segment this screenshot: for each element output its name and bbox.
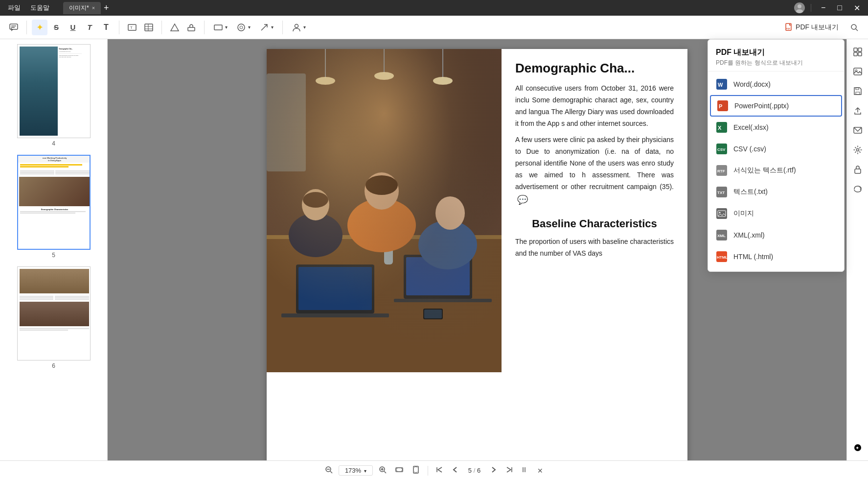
export-ppt-item[interactable]: P PowerPoint(.pptx)	[710, 95, 842, 117]
pen-btn[interactable]: ▾	[232, 20, 254, 35]
svg-rect-61	[855, 169, 861, 173]
text-color-btn[interactable]: T	[82, 20, 97, 35]
close-btn[interactable]: ✕	[850, 2, 864, 14]
svg-point-36	[347, 198, 416, 252]
rs-settings-btn[interactable]	[849, 141, 867, 159]
svg-point-49	[433, 77, 453, 85]
menu-file[interactable]: 파일	[4, 2, 24, 13]
fit-page-btn[interactable]	[409, 464, 423, 477]
comment-btn[interactable]	[6, 20, 22, 35]
page-photo	[267, 49, 502, 372]
svg-point-40	[302, 189, 329, 220]
sidebar-page-4[interactable]: Demographic Cha... All consecutive users…	[5, 44, 102, 147]
next-page-btn[interactable]	[487, 464, 500, 477]
sidebar-page-5[interactable]: rove Working Productivityin Using Apps	[5, 155, 102, 259]
export-rtf-item[interactable]: RTF 서식있는 텍스트(.rtf)	[708, 160, 844, 181]
active-tab[interactable]: 이미지* ×	[63, 2, 101, 14]
underline-btn[interactable]: U	[65, 20, 81, 35]
arrow-btn[interactable]: ▾	[255, 20, 277, 35]
search-btn[interactable]	[846, 20, 862, 35]
rect-btn[interactable]: ▾	[209, 20, 231, 35]
export-word-item[interactable]: W Word(.docx)	[708, 73, 844, 95]
svg-rect-53	[854, 52, 857, 56]
zoom-level[interactable]: 173% ▾	[339, 465, 373, 476]
svg-rect-51	[854, 48, 857, 51]
thumb-6-frame	[17, 266, 91, 360]
sidebar-page-6[interactable]: 6	[5, 266, 102, 369]
excel-label: Excel(.xlsx)	[733, 123, 769, 131]
export-html-item[interactable]: HTML HTML (.html)	[708, 246, 844, 267]
export-txt-item[interactable]: TXT 텍스트(.txt)	[708, 181, 844, 203]
svg-rect-13	[214, 25, 222, 30]
export-dropdown: PDF 내보내기 PDF를 원하는 형식으로 내보내기 W Word(.docx…	[708, 39, 845, 272]
svg-text:X: X	[718, 125, 722, 131]
export-csv-item[interactable]: CSV CSV (.csv)	[708, 138, 844, 160]
svg-point-19	[851, 24, 856, 29]
zoom-out-btn[interactable]	[322, 464, 336, 477]
rs-lock-btn[interactable]	[849, 161, 867, 178]
svg-rect-54	[858, 52, 862, 56]
thumb-4-number: 4	[52, 140, 55, 147]
svg-rect-23	[267, 49, 502, 372]
svg-rect-7	[145, 24, 153, 31]
fit-width-btn[interactable]	[392, 464, 406, 477]
zoom-in-btn[interactable]	[376, 464, 389, 477]
tab-area: 이미지* × +	[63, 2, 112, 14]
baseline-body: The proportion of users with baseline ch…	[515, 236, 674, 260]
user-btn[interactable]: ▾	[288, 20, 310, 35]
rs-apps-btn[interactable]: ✦	[849, 439, 867, 456]
svg-point-15	[240, 26, 243, 29]
strikethrough-btn[interactable]: S	[48, 20, 64, 35]
toolbar-group-4	[167, 20, 199, 35]
export-xml-item[interactable]: XML XML(.xml)	[708, 224, 844, 246]
toolbar-group-2: ✦ S U T T	[32, 20, 114, 35]
table-btn[interactable]	[141, 20, 157, 35]
svg-point-37	[365, 172, 399, 210]
rs-thumbnails-btn[interactable]	[849, 43, 867, 61]
minimize-btn[interactable]: −	[817, 2, 829, 13]
tab-close-btn[interactable]: ×	[92, 5, 95, 11]
svg-point-38	[365, 175, 398, 195]
svg-point-1	[796, 9, 803, 13]
html-label: HTML (.html)	[733, 253, 773, 261]
svg-text:HTML: HTML	[717, 255, 727, 260]
rs-email-btn[interactable]	[849, 121, 867, 139]
text-bold-btn[interactable]: T	[98, 20, 114, 35]
export-excel-item[interactable]: X Excel(.xlsx)	[708, 117, 844, 138]
csv-label: CSV (.csv)	[733, 145, 766, 153]
maximize-btn[interactable]: □	[833, 2, 846, 13]
menu-help[interactable]: 도움말	[26, 2, 53, 13]
stamp-btn[interactable]	[183, 20, 199, 35]
new-tab-btn[interactable]: +	[101, 3, 112, 13]
tab-title: 이미지*	[69, 4, 89, 12]
rs-upload-btn[interactable]	[849, 102, 867, 120]
rs-image-btn[interactable]	[849, 63, 867, 80]
rtf-icon: RTF	[716, 165, 728, 176]
export-img-item[interactable]: 이미지	[708, 203, 844, 224]
export-pdf-btn[interactable]: PDF PDF 내보내기	[781, 21, 843, 34]
svg-rect-22	[267, 49, 502, 372]
next-arrow-btn[interactable]	[519, 464, 531, 477]
first-page-btn[interactable]	[433, 464, 446, 477]
svg-rect-52	[858, 48, 862, 51]
toolbar-right: PDF PDF 내보내기	[781, 20, 862, 35]
svg-text:W: W	[718, 82, 723, 88]
svg-text:TXT: TXT	[717, 191, 725, 195]
svg-text:XML: XML	[717, 234, 726, 238]
page-sidebar: Demographic Cha... All consecutive users…	[0, 39, 108, 460]
svg-rect-32	[384, 235, 393, 264]
highlight-btn[interactable]: ✦	[32, 20, 47, 35]
page-section-title: Demographic Cha...	[515, 61, 674, 76]
rs-refresh-btn[interactable]	[849, 180, 867, 198]
last-page-btn[interactable]	[503, 464, 516, 477]
textbox-btn[interactable]: T	[124, 20, 140, 35]
comment-annotation[interactable]: 💬	[517, 192, 528, 208]
divider-5	[282, 21, 283, 34]
menu-bar: 파일 도움말	[4, 2, 53, 13]
word-icon: W	[716, 78, 728, 90]
thumb-5-number: 5	[52, 252, 55, 259]
shape-btn[interactable]	[167, 20, 183, 35]
rs-save-btn[interactable]	[849, 82, 867, 100]
prev-page-btn[interactable]	[449, 464, 461, 477]
close-btn-bottom[interactable]: ✕	[534, 465, 546, 477]
